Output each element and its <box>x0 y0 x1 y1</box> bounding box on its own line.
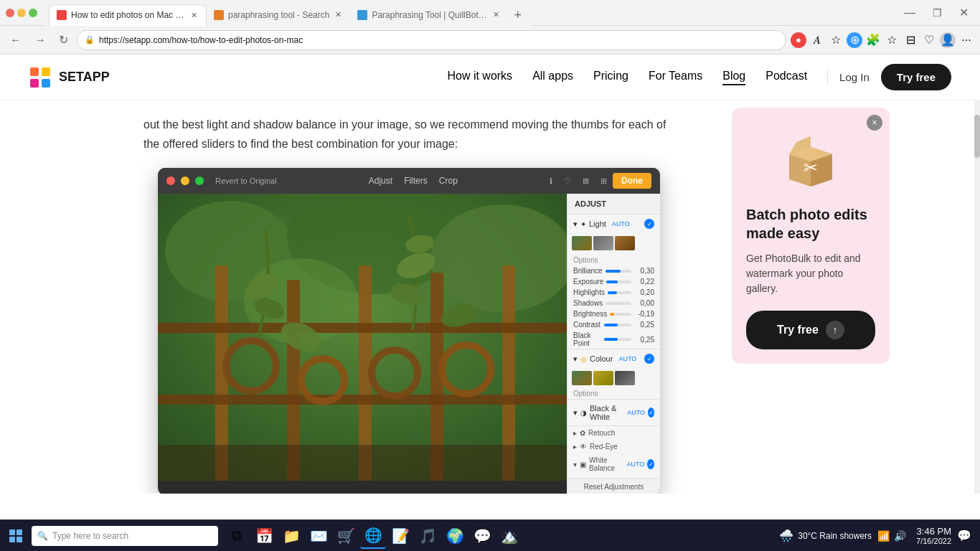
editor-close-dot[interactable] <box>166 176 175 185</box>
restore-window-button[interactable]: ❐ <box>927 6 948 20</box>
panel-bw-header[interactable]: ▾ ◑ Black & White AUTO ✓ <box>567 400 660 425</box>
window-minimize-button[interactable] <box>17 9 26 17</box>
browser-collections-button[interactable]: ⊟ <box>903 32 918 48</box>
window-maximize-button[interactable] <box>29 9 37 17</box>
taskbar-icon-store[interactable]: 🛒 <box>333 523 359 549</box>
thumb-2[interactable] <box>593 236 613 250</box>
weather-widget[interactable]: 🌧️ 30°C Rain showers <box>779 529 872 542</box>
shadows-bar[interactable] <box>606 302 631 305</box>
taskbar-icon-spotify[interactable]: 🎵 <box>415 523 440 549</box>
back-button[interactable]: ← <box>6 31 26 50</box>
reset-adjustments-button[interactable]: Reset Adjustments <box>567 478 660 494</box>
browser-heart-button[interactable]: ♡ <box>921 32 937 48</box>
taskbar-clock[interactable]: 3:46 PM 7/16/2022 <box>916 526 951 545</box>
scrollbar-thumb[interactable] <box>974 115 980 158</box>
editor-heart-icon[interactable]: ♡ <box>564 176 571 186</box>
thumb-1[interactable] <box>572 236 592 250</box>
tab-label-1: How to edit photos on Mac 202… <box>71 10 185 20</box>
browser-tab-3[interactable]: Paraphrasing Tool | QuillBot AI ✕ <box>350 4 508 26</box>
editor-done-button[interactable]: Done <box>613 173 651 189</box>
browser-profile-button[interactable]: 👤 <box>940 32 956 48</box>
brilliance-bar[interactable] <box>606 270 631 273</box>
tab-close-2[interactable]: ✕ <box>334 9 343 21</box>
forward-button[interactable]: → <box>30 31 50 50</box>
nav-login-link[interactable]: Log In <box>839 71 870 83</box>
thumb-3[interactable] <box>615 236 635 250</box>
colour-thumb-2[interactable] <box>593 371 613 385</box>
highlights-bar[interactable] <box>608 291 631 294</box>
browser-extension-3[interactable]: ☆ <box>828 32 844 48</box>
browser-extension-2[interactable]: 𝐴 <box>809 32 825 48</box>
new-tab-button[interactable]: + <box>508 5 527 26</box>
close-window-button[interactable]: ✕ <box>953 4 974 21</box>
nav-all-apps[interactable]: All apps <box>532 70 573 85</box>
panel-wb-item[interactable]: ▾ ▣ White Balance AUTO ✓ <box>567 453 660 475</box>
ad-try-free-button[interactable]: Try free ↑ <box>746 311 875 349</box>
taskbar-icon-word[interactable]: 📝 <box>387 523 413 549</box>
address-bar[interactable]: 🔒 https://setapp.com/how-to/how-to-edit-… <box>77 30 786 50</box>
exposure-bar[interactable] <box>606 281 631 283</box>
taskbar-icon-edge[interactable]: 🌐 <box>360 523 386 549</box>
editor-tab-adjust[interactable]: Adjust <box>369 176 392 186</box>
minimize-window-button[interactable]: — <box>898 5 921 21</box>
editor-tab-filters[interactable]: Filters <box>404 176 428 186</box>
browser-tab-1[interactable]: How to edit photos on Mac 202… ✕ <box>49 4 207 26</box>
colour-thumb-1[interactable] <box>572 371 592 385</box>
tab-close-3[interactable]: ✕ <box>491 9 501 21</box>
volume-icon[interactable]: 🔊 <box>894 530 906 542</box>
taskbar-icon-folder[interactable]: 📁 <box>278 523 304 549</box>
panel-row-brightness: Brightness -0,19 <box>567 309 660 319</box>
light-active-badge: ✓ <box>644 219 654 229</box>
folder-icon: 📁 <box>283 527 301 545</box>
taskbar-icon-task-view[interactable]: ⧉ <box>224 523 250 549</box>
taskbar-icon-mail[interactable]: ✉️ <box>306 523 331 549</box>
start-button[interactable] <box>3 523 29 549</box>
browser-favorites-button[interactable]: ☆ <box>884 32 900 48</box>
editor-minimize-dot[interactable] <box>181 176 189 185</box>
black-point-bar[interactable] <box>604 338 632 341</box>
editor-maximize-dot[interactable] <box>195 176 204 185</box>
contrast-bar[interactable] <box>604 324 632 326</box>
taskbar-icon-photos[interactable]: 🏔️ <box>496 523 522 549</box>
panel-retouch-item[interactable]: ▸ ✿ Retouch <box>567 426 660 440</box>
nav-podcast[interactable]: Podcast <box>765 70 807 85</box>
scrollbar-track[interactable] <box>974 100 980 494</box>
retouch-icon: ✿ <box>580 429 585 437</box>
panel-colour-header[interactable]: ▾ ◎ Colour AUTO ✓ <box>567 349 660 368</box>
panel-light-header[interactable]: ▾ ✦ Light AUTO ✓ <box>567 215 660 233</box>
colour-chevron-icon: ▾ <box>573 354 578 364</box>
window-close-button[interactable] <box>6 9 14 17</box>
editor-tab-crop[interactable]: Crop <box>439 176 458 186</box>
site-logo[interactable]: SETAPP <box>29 66 110 89</box>
revert-button[interactable]: Revert to Original <box>215 176 277 185</box>
browser-extension-4[interactable]: ⊕ <box>847 32 862 48</box>
nav-for-teams-label: For Teams <box>649 70 702 83</box>
network-icon[interactable]: 📶 <box>877 530 890 542</box>
browser-more-button[interactable]: ··· <box>958 32 974 48</box>
nav-how-it-works[interactable]: How it works <box>447 70 512 85</box>
taskbar-icon-calendar[interactable]: 📅 <box>251 523 277 549</box>
ad-close-button[interactable]: × <box>867 115 882 131</box>
editor-share-icon[interactable]: ⊠ <box>583 176 589 186</box>
nav-blog[interactable]: Blog <box>722 70 745 85</box>
panel-redeye-item[interactable]: ▸ 👁 Red-Eye <box>567 440 660 453</box>
nav-for-teams[interactable]: For Teams <box>649 70 702 85</box>
tab-close-1[interactable]: ✕ <box>189 9 199 22</box>
refresh-button[interactable]: ↻ <box>55 30 72 50</box>
editor-info-icon[interactable]: ℹ <box>550 176 552 186</box>
browser-extension-1[interactable]: ● <box>791 32 806 48</box>
ad-title: Batch photo edits made easy <box>746 205 875 242</box>
exposure-fill <box>606 281 618 283</box>
taskbar-search-box[interactable]: 🔍 Type here to search <box>32 526 218 546</box>
brightness-bar[interactable] <box>610 313 631 316</box>
notification-button[interactable]: 💬 <box>957 529 971 542</box>
nav-try-free-button[interactable]: Try free <box>881 64 951 90</box>
browser-tab-2[interactable]: paraphrasing tool - Search ✕ <box>207 4 350 26</box>
taskbar-icon-chrome[interactable]: 🌍 <box>442 523 468 549</box>
editor-crop-icon[interactable]: ⊞ <box>600 176 607 186</box>
browser-extension-5[interactable]: 🧩 <box>865 32 881 48</box>
svg-rect-15 <box>158 395 567 405</box>
taskbar-icon-chat[interactable]: 💬 <box>469 523 495 549</box>
nav-pricing[interactable]: Pricing <box>593 70 628 85</box>
colour-thumb-3[interactable] <box>615 371 635 385</box>
